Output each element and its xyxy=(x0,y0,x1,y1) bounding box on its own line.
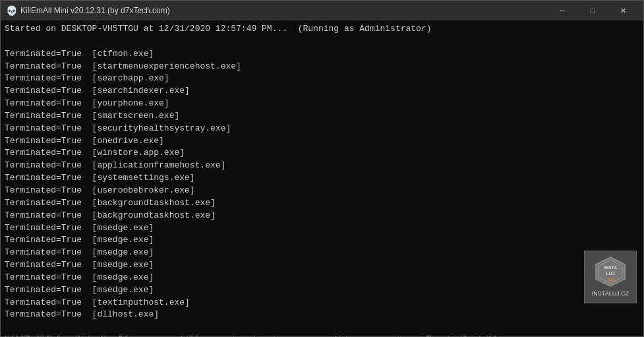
terminated-line: Terminated=True [textinputhost.exe] xyxy=(5,297,639,309)
watermark-logo-svg: INSTA LUJ .CZ xyxy=(595,256,626,288)
terminated-line: Terminated=True [startmenuexperiencehost… xyxy=(5,61,639,73)
minimize-button[interactable]: ─ xyxy=(547,1,577,20)
terminated-line: Terminated=True [backgroundtaskhost.exe] xyxy=(5,197,639,210)
watermark: INSTA LUJ .CZ INSTALUJ.CZ xyxy=(584,251,637,303)
console-area: Started on DESKTOP-VH5TTGU at 12/31/2020… xyxy=(1,20,643,336)
svg-text:LUJ: LUJ xyxy=(606,271,614,276)
svg-text:INSTA: INSTA xyxy=(604,265,617,270)
terminated-line: Terminated=True [systemsettings.exe] xyxy=(5,172,639,185)
terminated-lines-container: Terminated=True [ctfmon.exe]Terminated=T… xyxy=(5,48,639,322)
close-button[interactable]: ✕ xyxy=(608,1,638,20)
blank-line-1 xyxy=(5,36,639,48)
terminated-line: Terminated=True [searchapp.exe] xyxy=(5,73,639,85)
svg-text:.CZ: .CZ xyxy=(607,278,614,282)
terminated-line: Terminated=True [securityhealthsystray.e… xyxy=(5,123,639,135)
terminated-line: Terminated=True [ctfmon.exe] xyxy=(5,48,639,61)
terminated-line: Terminated=True [msedge.exe] xyxy=(5,259,639,272)
completed-line: KillEmAll Completed! If you are still ex… xyxy=(5,334,639,336)
terminated-line: Terminated=True [useroobebroker.exe] xyxy=(5,185,639,197)
watermark-box: INSTA LUJ .CZ INSTALUJ.CZ xyxy=(584,251,637,303)
title-bar: 💀 KillEmAll Mini v20.12.31 (by d7xTech.c… xyxy=(1,1,643,20)
terminated-line: Terminated=True [msedge.exe] xyxy=(5,234,639,247)
app-icon: 💀 xyxy=(6,5,16,16)
terminated-line: Terminated=True [msedge.exe] xyxy=(5,284,639,297)
title-bar-controls: ─ □ ✕ xyxy=(547,1,638,20)
terminated-line: Terminated=True [msedge.exe] xyxy=(5,247,639,259)
terminated-line: Terminated=True [applicationframehost.ex… xyxy=(5,160,639,172)
watermark-label: INSTALUJ.CZ xyxy=(592,290,629,298)
app-window: 💀 KillEmAll Mini v20.12.31 (by d7xTech.c… xyxy=(0,0,644,337)
terminated-line: Terminated=True [winstore.app.exe] xyxy=(5,147,639,160)
maximize-button[interactable]: □ xyxy=(577,1,608,20)
terminated-line: Terminated=True [onedrive.exe] xyxy=(5,135,639,148)
start-line: Started on DESKTOP-VH5TTGU at 12/31/2020… xyxy=(5,23,639,36)
terminated-line: Terminated=True [yourphone.exe] xyxy=(5,98,639,110)
terminated-line: Terminated=True [searchindexer.exe] xyxy=(5,85,639,98)
terminated-line: Terminated=True [backgroundtaskhost.exe] xyxy=(5,210,639,222)
terminated-line: Terminated=True [msedge.exe] xyxy=(5,272,639,284)
terminated-line: Terminated=True [dllhost.exe] xyxy=(5,309,639,321)
terminated-line: Terminated=True [msedge.exe] xyxy=(5,222,639,235)
blank-line-2 xyxy=(5,321,639,334)
title-bar-text: KillEmAll Mini v20.12.31 (by d7xTech.com… xyxy=(20,6,547,15)
terminated-line: Terminated=True [smartscreen.exe] xyxy=(5,110,639,123)
